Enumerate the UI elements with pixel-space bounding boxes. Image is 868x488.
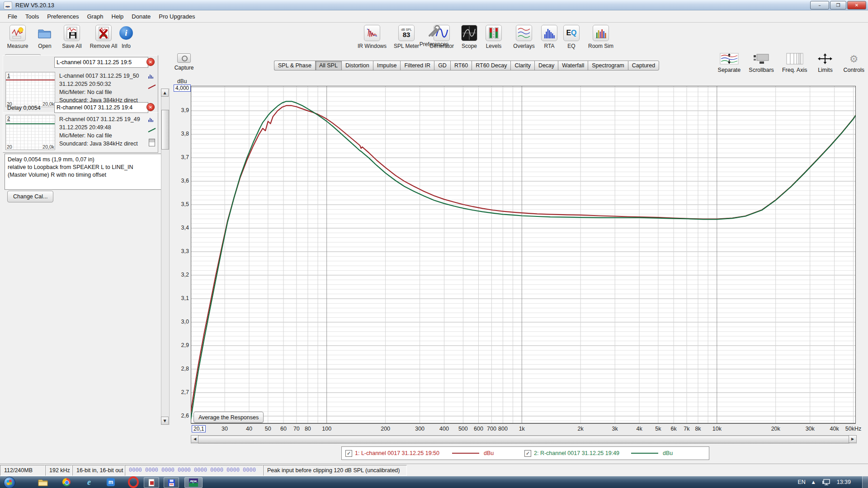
tab-gd[interactable]: GD [434,61,450,70]
x-tick-80: 80 [305,426,311,432]
spl-plot[interactable] [191,86,856,423]
tab-captured[interactable]: Captured [628,61,659,70]
info-button[interactable]: i Info [114,24,138,49]
measurement-2-delete-button[interactable]: ✕ [146,103,155,111]
delay-text-partial: Delay 0,0054 [7,105,41,111]
measurement-1-thumbnail[interactable]: 1 20 20,0k [5,72,55,107]
freq-axis-button[interactable]: Freq. Axis [782,52,807,73]
horizontal-scrollbar-thumb[interactable] [198,436,849,443]
y-tick-2_9: 2,9 [181,342,189,348]
legend-1-unit: dBu [484,450,494,456]
close-button[interactable]: ✕ [847,1,866,9]
start-button[interactable] [4,477,15,488]
menu-graph[interactable]: Graph [83,12,107,21]
limits-button[interactable]: Limits [815,52,835,73]
menu-tools[interactable]: Tools [21,12,43,21]
measurement-card-2[interactable]: 2 20 20,0k R-channel 0017 31.12.25 19_49… [3,112,158,153]
scope-button[interactable]: Scope [456,24,483,49]
legend-2-checkbox[interactable]: ✓ [524,450,531,457]
x-tick-400: 400 [439,426,449,432]
spl-meter-button[interactable]: dB SPL 83 SPL Meter [390,24,423,49]
tab-all-spl[interactable]: All SPL [315,61,341,70]
levels-button[interactable]: 0369 Levels [480,24,507,49]
tray-expand-arrow-icon[interactable]: ▲ [812,480,815,484]
y-tick-3_5: 3,5 [181,201,189,207]
menu-preferences[interactable]: Preferences [43,12,83,21]
legend-1-line-sample [452,453,479,454]
x-tick-40: 40 [246,426,252,432]
measurement-1-spectrum-icon[interactable] [148,73,154,79]
measurement-1-trace-color[interactable] [148,84,156,89]
tab-impulse[interactable]: Impulse [373,61,401,70]
scroll-down-arrow[interactable]: ▼ [161,417,169,425]
show-desktop-button[interactable] [862,476,868,488]
y-tick-2_6: 2,6 [181,413,189,419]
measurement-1-name-field[interactable] [54,57,148,68]
change-cal-button[interactable]: Change Cal... [7,191,53,202]
menu-help[interactable]: Help [108,12,128,21]
vertical-scrollbar-thumb[interactable] [161,110,169,150]
measurement-2-name-field[interactable] [54,102,148,113]
tray-network-icon[interactable] [821,479,830,486]
average-responses-button[interactable]: Average the Responses [193,412,264,423]
separate-button[interactable]: Separate [718,52,741,73]
taskbar-explorer-icon[interactable] [37,477,49,487]
taskbar-opera-icon[interactable] [127,477,139,487]
vertical-scrollbar[interactable]: ▲ ▼ [161,89,170,425]
legend-1-label[interactable]: 1: L-channel 0017 31.12.25 19:50 [355,450,448,456]
taskbar-save-app[interactable] [164,477,179,488]
x-tick-7k: 7k [684,426,689,432]
tray-language[interactable]: EN [797,479,805,485]
tab-waterfall[interactable]: Waterfall [558,61,588,70]
scrollbars-button[interactable]: Scrollbars [749,52,774,73]
ir-windows-button[interactable]: IR Windows [355,24,389,49]
measurement-2-spectrum-icon[interactable] [148,116,154,122]
capture-button[interactable]: Capture [174,53,194,71]
tab-clarity[interactable]: Clarity [510,61,534,70]
tab-spectrogram[interactable]: Spectrogram [588,61,628,70]
controls-button[interactable]: ⚙ Controls [843,52,864,73]
x-tick-300: 300 [415,426,425,432]
y-tick-3_4: 3,4 [181,225,189,231]
measurement-1-delete-button[interactable]: ✕ [146,58,155,66]
measurement-1-timestamp: 31.12.2025 20:50:32 [59,81,111,87]
legend-1-checkbox[interactable]: ✓ [345,450,352,457]
y-tick-2_8: 2,8 [181,366,189,372]
measurement-2-notes-icon[interactable] [149,139,155,146]
tray-clock[interactable]: 13:39 [837,479,851,485]
levels-icon: 0369 [485,24,502,42]
horizontal-scrollbar[interactable]: ◀ ▶ [191,435,857,444]
measurement-2-thumbnail[interactable]: 2 20 20,0k [5,115,55,150]
taskbar-maxthon-icon[interactable]: m [105,477,117,487]
restore-button[interactable]: ❐ [830,1,846,9]
system-tray: EN ▲ 13:39 [797,476,862,488]
rta-button[interactable]: RTA [537,24,561,49]
scroll-up-arrow[interactable]: ▲ [161,89,169,97]
measurement-2-timestamp: 31.12.2025 20:49:48 [59,124,111,131]
overlays-button[interactable]: Overlays [507,24,541,49]
tab-decay[interactable]: Decay [534,61,558,70]
taskbar-chrome-icon[interactable] [61,477,72,487]
tab-filtered-ir[interactable]: Filtered IR [400,61,434,70]
menu-donate[interactable]: Donate [127,12,155,21]
trace-1 [191,106,856,413]
x-axis-left-value[interactable]: 20,1 [192,425,206,432]
tab-distortion[interactable]: Distortion [341,61,373,70]
taskbar-rew-app[interactable]: REW [184,477,203,488]
taskbar-document-app[interactable] [144,477,159,488]
menu-pro-upgrades[interactable]: Pro Upgrades [155,12,199,21]
tab-rt60-decay[interactable]: RT60 Decay [472,61,510,70]
tab-spl-phase[interactable]: SPL & Phase [274,61,315,70]
tab-rt60[interactable]: RT60 [450,61,472,70]
room-sim-button[interactable]: Room Sim [584,24,618,49]
x-tick-500: 500 [458,426,468,432]
x-tick-30: 30 [222,426,228,432]
eq-button[interactable]: EQ EQ [561,24,582,49]
menu-file[interactable]: File [4,12,21,21]
minimize-button[interactable]: – [810,1,829,9]
save-all-button[interactable]: Save All [55,24,89,49]
legend-2-label[interactable]: 2: R-channel 0017 31.12.25 19:49 [534,450,627,456]
measurement-2-trace-color[interactable] [148,128,156,132]
scroll-right-arrow[interactable]: ▶ [849,435,857,443]
taskbar-ie-icon[interactable]: e [83,477,95,487]
